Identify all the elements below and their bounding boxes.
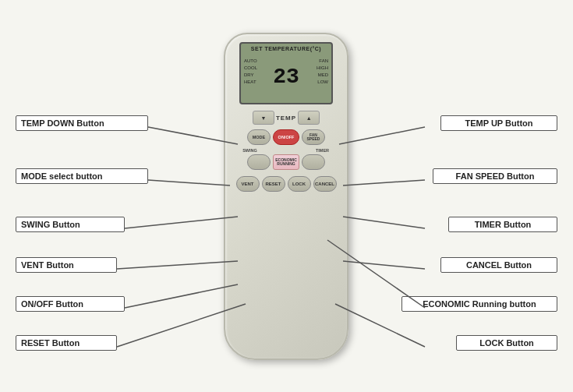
mode-dry: DRY bbox=[244, 72, 257, 79]
mode-cool: COOL bbox=[244, 65, 257, 72]
swing-label: SWING bbox=[236, 148, 264, 153]
reset-annotation: RESET Button bbox=[16, 335, 117, 351]
temp-down-annotation: TEMP DOWN Button bbox=[16, 115, 148, 131]
temp-label: TEMP bbox=[276, 115, 296, 122]
swing-annotation: SWING Button bbox=[16, 217, 125, 232]
lcd-title: SET TEMPERATURE(°C) bbox=[251, 46, 321, 51]
lock-button[interactable]: LOCK bbox=[288, 176, 311, 192]
remote-control: SET TEMPERATURE(°C) AUTO COOL DRY HEAT F… bbox=[224, 33, 348, 360]
economic-button[interactable]: ECONOMICRUNNING bbox=[273, 154, 299, 170]
mode-auto: AUTO bbox=[244, 58, 257, 65]
svg-line-6 bbox=[339, 127, 425, 144]
svg-line-7 bbox=[343, 180, 425, 185]
timer-button[interactable] bbox=[302, 154, 325, 170]
main-buttons-row: MODE ON/OFF FANSPEED bbox=[232, 129, 341, 145]
reset-button[interactable]: RESET bbox=[262, 176, 285, 192]
vent-button[interactable]: VENT bbox=[236, 176, 260, 192]
lock-annotation: LOCK Button bbox=[456, 335, 557, 351]
swing-button[interactable] bbox=[247, 154, 271, 170]
svg-line-8 bbox=[343, 217, 425, 228]
cancel-button[interactable]: CANCEL bbox=[313, 176, 337, 192]
temp-row: ▼ TEMP ▲ bbox=[232, 111, 341, 125]
economic-annotation: ECONOMIC Running button bbox=[401, 296, 557, 312]
mode-select-annotation: MODE select button bbox=[16, 168, 148, 184]
fan-speed-annotation: FAN SPEED Button bbox=[433, 168, 557, 184]
fan-med: MED bbox=[317, 72, 328, 79]
mode-heat: HEAT bbox=[244, 79, 257, 86]
fan-speed-button[interactable]: FANSPEED bbox=[302, 129, 325, 145]
lcd-modes: AUTO COOL DRY HEAT bbox=[244, 58, 257, 86]
svg-line-3 bbox=[117, 261, 238, 269]
bottom-row: VENT RESET LOCK CANCEL bbox=[232, 176, 341, 192]
svg-line-4 bbox=[125, 284, 238, 308]
timer-label: TIMER bbox=[309, 148, 336, 153]
labels-row: SWING TIMER bbox=[232, 148, 341, 153]
fan-label: FAN bbox=[317, 58, 328, 65]
temp-down-button[interactable]: ▼ bbox=[253, 111, 274, 125]
vent-annotation: VENT Button bbox=[16, 257, 117, 273]
fan-high: HIGH bbox=[317, 65, 328, 72]
temp-up-button[interactable]: ▲ bbox=[298, 111, 320, 125]
svg-line-1 bbox=[148, 180, 230, 185]
temp-up-annotation: TEMP UP Button bbox=[440, 115, 557, 131]
cancel-annotation: CANCEL Button bbox=[440, 257, 557, 273]
onoff-button[interactable]: ON/OFF bbox=[273, 129, 299, 145]
mode-button[interactable]: MODE bbox=[247, 129, 271, 145]
swing-economic-timer-row: ECONOMICRUNNING bbox=[232, 154, 341, 170]
svg-line-2 bbox=[125, 217, 238, 228]
temperature-display: 23 bbox=[273, 65, 299, 89]
lcd-display: SET TEMPERATURE(°C) AUTO COOL DRY HEAT F… bbox=[239, 42, 333, 104]
timer-annotation: TIMER Button bbox=[448, 217, 557, 232]
svg-line-9 bbox=[343, 261, 425, 269]
onoff-annotation: ON/OFF Button bbox=[16, 296, 125, 312]
fan-low: LOW bbox=[317, 79, 328, 86]
lcd-fan: FAN HIGH MED LOW bbox=[317, 58, 328, 86]
